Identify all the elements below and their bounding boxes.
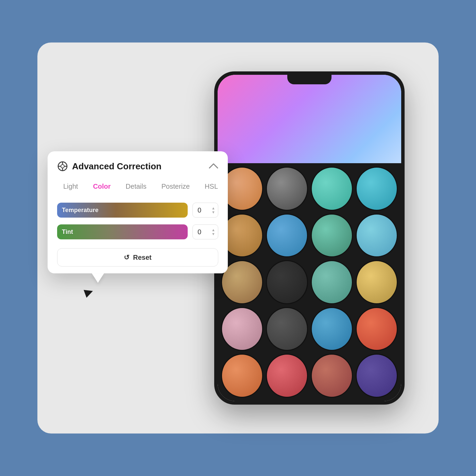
eyeshadow-pan [311, 307, 353, 351]
temperature-up-arrow[interactable]: ▲ [211, 206, 215, 210]
reset-button[interactable]: ↺ Reset [57, 248, 218, 267]
phone-notch [287, 75, 332, 84]
tab-light[interactable]: Light [57, 180, 84, 193]
eyeshadow-pan [221, 307, 263, 351]
phone-mockup [214, 71, 405, 405]
temperature-arrows[interactable]: ▲ ▼ [211, 206, 215, 214]
tab-hsl[interactable]: HSL [199, 180, 224, 193]
tooltip-arrow [92, 273, 104, 283]
eyeshadow-pan [266, 167, 308, 211]
tab-posterize[interactable]: Posterize [155, 180, 196, 193]
phone-screen-gradient [218, 75, 401, 163]
temperature-slider-track[interactable]: Temperature [57, 203, 188, 218]
tab-details[interactable]: Details [120, 180, 153, 193]
temperature-down-arrow[interactable]: ▼ [211, 210, 215, 214]
eyeshadow-pan [311, 214, 353, 258]
collapse-button[interactable] [209, 162, 218, 171]
eyeshadow-pan [356, 214, 398, 258]
temperature-value: 0 [198, 206, 201, 214]
tint-value-box: 0 ▲ ▼ [192, 224, 218, 239]
tint-value: 0 [198, 228, 201, 236]
panel-title: Advanced Correction [72, 161, 162, 172]
eyeshadow-pan [311, 260, 353, 304]
phone-screen [218, 75, 401, 401]
temperature-label: Temperature [62, 207, 99, 214]
correction-icon [57, 161, 68, 172]
reset-label: Reset [133, 254, 151, 261]
panel-header: Advanced Correction [57, 161, 218, 172]
tint-slider-row: Tint 0 ▲ ▼ [57, 224, 218, 239]
svg-point-1 [61, 165, 64, 168]
tabs-row: Light Color Details Posterize HSL [57, 180, 218, 193]
cursor-icon: ▶ [82, 284, 95, 299]
eyeshadow-pan [356, 307, 398, 351]
eyeshadow-pan [356, 260, 398, 304]
panel-header-left: Advanced Correction [57, 161, 162, 172]
eyeshadow-pan [221, 354, 263, 398]
tint-down-arrow[interactable]: ▼ [211, 232, 215, 236]
eyeshadow-pan [266, 260, 308, 304]
eyeshadow-pan [266, 307, 308, 351]
temperature-slider-container: Temperature 0 ▲ ▼ [57, 203, 218, 218]
eyeshadow-pan [266, 214, 308, 258]
tint-slider-track[interactable]: Tint [57, 224, 188, 239]
correction-panel: Advanced Correction Light Color Details … [48, 151, 228, 273]
tint-slider-container: Tint 0 ▲ ▼ [57, 224, 218, 239]
main-container: Advanced Correction Light Color Details … [37, 42, 439, 434]
eyeshadow-pan [356, 354, 398, 398]
temperature-slider-row: Temperature 0 ▲ ▼ [57, 203, 218, 218]
reset-icon: ↺ [124, 253, 130, 261]
tint-label: Tint [62, 228, 73, 236]
tint-arrows[interactable]: ▲ ▼ [211, 228, 215, 236]
tab-color[interactable]: Color [87, 180, 117, 193]
temperature-value-box: 0 ▲ ▼ [192, 203, 218, 218]
eyeshadow-pan [266, 354, 308, 398]
eyeshadow-pan [311, 354, 353, 398]
eyeshadow-palette [218, 163, 401, 401]
tint-up-arrow[interactable]: ▲ [211, 228, 215, 232]
eyeshadow-pan [356, 167, 398, 211]
eyeshadow-pan [311, 167, 353, 211]
